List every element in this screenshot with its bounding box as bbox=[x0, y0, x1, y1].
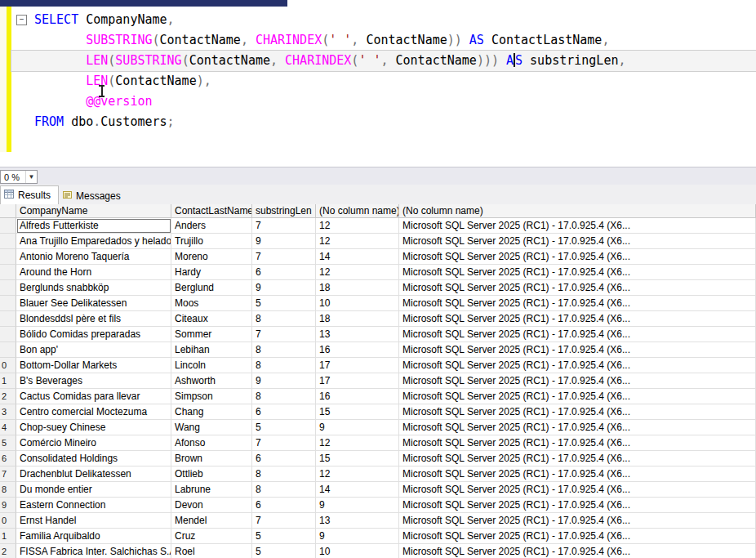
grid-cell[interactable]: 12 bbox=[316, 265, 399, 280]
grid-cell[interactable]: 7 bbox=[252, 249, 316, 265]
grid-cell[interactable]: 5 bbox=[252, 529, 316, 544]
grid-cell[interactable]: Afonso bbox=[171, 435, 252, 451]
grid-cell[interactable]: Bólido Comidas preparadas bbox=[16, 327, 171, 342]
grid-cell[interactable]: Microsoft SQL Server 2025 (RC1) - 17.0.9… bbox=[399, 544, 756, 558]
grid-cell[interactable]: Microsoft SQL Server 2025 (RC1) - 17.0.9… bbox=[399, 327, 756, 342]
sql-editor[interactable]: −SELECT CompanyName, SUBSTRING(ContactNa… bbox=[0, 7, 756, 167]
grid-cell[interactable]: 14 bbox=[316, 482, 399, 498]
grid-header-cell[interactable]: CompanyName bbox=[16, 204, 171, 218]
grid-cell[interactable]: 10 bbox=[316, 544, 399, 558]
grid-cell[interactable]: 8 bbox=[252, 311, 316, 327]
grid-cell[interactable]: Hardy bbox=[171, 265, 252, 280]
grid-cell[interactable]: Chang bbox=[171, 404, 252, 420]
grid-cell[interactable]: B's Beverages bbox=[16, 373, 171, 389]
row-number-cell[interactable] bbox=[0, 218, 16, 234]
grid-cell[interactable]: Microsoft SQL Server 2025 (RC1) - 17.0.9… bbox=[399, 435, 756, 451]
row-number-cell[interactable]: 8 bbox=[0, 482, 16, 498]
row-number-cell[interactable]: 0 bbox=[0, 358, 16, 373]
grid-cell[interactable]: 7 bbox=[252, 218, 316, 234]
row-number-cell[interactable] bbox=[0, 311, 16, 327]
grid-cell[interactable]: Ernst Handel bbox=[16, 513, 171, 529]
grid-cell[interactable]: Moreno bbox=[171, 249, 252, 265]
row-number-cell[interactable] bbox=[0, 249, 16, 265]
grid-cell[interactable]: 16 bbox=[316, 342, 399, 358]
grid-cell[interactable]: 9 bbox=[316, 420, 399, 435]
grid-cell[interactable]: Microsoft SQL Server 2025 (RC1) - 17.0.9… bbox=[399, 420, 756, 435]
grid-cell[interactable]: Microsoft SQL Server 2025 (RC1) - 17.0.9… bbox=[399, 342, 756, 358]
grid-cell[interactable]: 9 bbox=[252, 234, 316, 249]
grid-cell[interactable]: Microsoft SQL Server 2025 (RC1) - 17.0.9… bbox=[399, 265, 756, 280]
grid-cell[interactable]: Microsoft SQL Server 2025 (RC1) - 17.0.9… bbox=[399, 498, 756, 513]
grid-cell[interactable]: 7 bbox=[252, 435, 316, 451]
grid-cell[interactable]: Devon bbox=[171, 498, 252, 513]
grid-cell[interactable]: 5 bbox=[252, 296, 316, 311]
grid-cell[interactable]: Microsoft SQL Server 2025 (RC1) - 17.0.9… bbox=[399, 373, 756, 389]
grid-cell[interactable]: 17 bbox=[316, 358, 399, 373]
grid-cell[interactable]: 6 bbox=[252, 404, 316, 420]
grid-cell[interactable]: Du monde entier bbox=[16, 482, 171, 498]
grid-cell[interactable]: 8 bbox=[252, 482, 316, 498]
grid-cell[interactable]: Microsoft SQL Server 2025 (RC1) - 17.0.9… bbox=[399, 482, 756, 498]
grid-cell[interactable]: 13 bbox=[316, 327, 399, 342]
editor-hscrollbar-row[interactable]: 0 % ▼ bbox=[0, 167, 756, 185]
grid-cell[interactable]: Berglund bbox=[171, 280, 252, 296]
grid-cell[interactable]: 8 bbox=[252, 342, 316, 358]
grid-cell[interactable]: Microsoft SQL Server 2025 (RC1) - 17.0.9… bbox=[399, 218, 756, 234]
grid-cell[interactable]: Microsoft SQL Server 2025 (RC1) - 17.0.9… bbox=[399, 311, 756, 327]
grid-cell[interactable]: 14 bbox=[316, 249, 399, 265]
grid-cell[interactable]: 12 bbox=[316, 218, 399, 234]
grid-cell[interactable]: Eastern Connection bbox=[16, 498, 171, 513]
row-number-cell[interactable]: 0 bbox=[0, 513, 16, 529]
row-number-cell[interactable]: 6 bbox=[0, 451, 16, 466]
grid-cell[interactable]: Trujillo bbox=[171, 234, 252, 249]
code-lines[interactable]: −SELECT CompanyName, SUBSTRING(ContactNa… bbox=[11, 10, 756, 132]
row-number-cell[interactable] bbox=[0, 327, 16, 342]
grid-cell[interactable]: Ottlieb bbox=[171, 466, 252, 482]
grid-cell[interactable]: Lebihan bbox=[171, 342, 252, 358]
grid-cell[interactable]: 12 bbox=[316, 466, 399, 482]
tab-results[interactable]: Results bbox=[0, 185, 59, 204]
grid-cell[interactable]: Comércio Mineiro bbox=[16, 435, 171, 451]
zoom-dropdown[interactable]: 0 % ▼ bbox=[0, 170, 38, 184]
grid-cell[interactable]: Lincoln bbox=[171, 358, 252, 373]
code-line[interactable]: LEN(ContactName), bbox=[11, 71, 756, 92]
grid-cell[interactable]: Anders bbox=[171, 218, 252, 234]
grid-cell[interactable]: Microsoft SQL Server 2025 (RC1) - 17.0.9… bbox=[399, 404, 756, 420]
row-number-cell[interactable] bbox=[0, 234, 16, 249]
grid-cell[interactable]: 5 bbox=[252, 544, 316, 558]
grid-cell[interactable]: 9 bbox=[316, 529, 399, 544]
grid-cell[interactable]: Consolidated Holdings bbox=[16, 451, 171, 466]
grid-cell[interactable]: Cruz bbox=[171, 529, 252, 544]
grid-cell[interactable]: 15 bbox=[316, 404, 399, 420]
grid-cell[interactable]: 12 bbox=[316, 435, 399, 451]
grid-cell[interactable]: Microsoft SQL Server 2025 (RC1) - 17.0.9… bbox=[399, 280, 756, 296]
code-line[interactable]: FROM dbo.Customers; bbox=[11, 112, 756, 132]
code-line[interactable]: LEN(SUBSTRING(ContactName, CHARINDEX(' '… bbox=[11, 51, 756, 71]
code-line[interactable]: −SELECT CompanyName, bbox=[11, 10, 756, 30]
grid-cell[interactable]: 18 bbox=[316, 280, 399, 296]
grid-cell[interactable]: 13 bbox=[316, 513, 399, 529]
grid-cell[interactable]: Microsoft SQL Server 2025 (RC1) - 17.0.9… bbox=[399, 389, 756, 404]
grid-cell[interactable]: Brown bbox=[171, 451, 252, 466]
grid-cell[interactable]: Ashworth bbox=[171, 373, 252, 389]
row-number-cell[interactable]: 1 bbox=[0, 529, 16, 544]
grid-cell[interactable]: Antonio Moreno Taquería bbox=[16, 249, 171, 265]
grid-cell[interactable]: Citeaux bbox=[171, 311, 252, 327]
grid-cell[interactable]: Moos bbox=[171, 296, 252, 311]
grid-cell[interactable]: Cactus Comidas para llevar bbox=[16, 389, 171, 404]
row-number-cell[interactable]: 3 bbox=[0, 404, 16, 420]
row-number-cell[interactable]: 9 bbox=[0, 498, 16, 513]
grid-cell[interactable]: Ana Trujillo Emparedados y helados bbox=[16, 234, 171, 249]
collapse-minus-box[interactable]: − bbox=[16, 15, 27, 25]
grid-cell[interactable]: Microsoft SQL Server 2025 (RC1) - 17.0.9… bbox=[399, 234, 756, 249]
grid-cell[interactable]: 17 bbox=[316, 373, 399, 389]
row-number-cell[interactable]: 7 bbox=[0, 466, 16, 482]
grid-cell[interactable]: Simpson bbox=[171, 389, 252, 404]
grid-cell[interactable]: Berglunds snabbköp bbox=[16, 280, 171, 296]
grid-cell[interactable]: 10 bbox=[316, 296, 399, 311]
chevron-down-icon[interactable]: ▼ bbox=[25, 171, 37, 183]
grid-cell[interactable]: Microsoft SQL Server 2025 (RC1) - 17.0.9… bbox=[399, 296, 756, 311]
grid-cell[interactable]: Centro comercial Moctezuma bbox=[16, 404, 171, 420]
row-number-cell[interactable]: 4 bbox=[0, 420, 16, 435]
grid-cell[interactable]: Blondesddsl père et fils bbox=[16, 311, 171, 327]
